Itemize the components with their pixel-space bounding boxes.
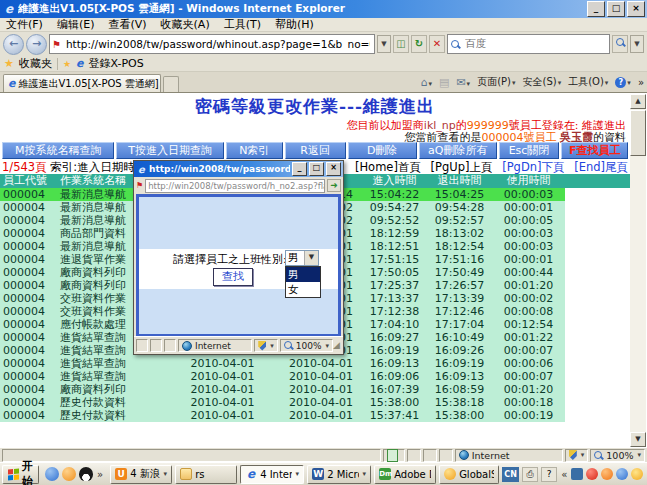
table-row[interactable]: 000004 歷史付款資料 2010-04-01 2010-04-01 15:3… [0, 396, 565, 409]
tray-messenger-icon[interactable] [616, 468, 628, 480]
query-by-system-button[interactable]: M按系統名稱查詢 [2, 142, 114, 159]
option-female[interactable]: 女 [286, 282, 320, 297]
table-row[interactable]: 000004 進貨結單查詢 2010-04-01 2010-04-01 16:0… [0, 357, 565, 370]
pager-pgup[interactable]: [PgUp]上頁 [431, 160, 493, 174]
feeds-icon[interactable]: ▤ [439, 76, 449, 89]
find-employee-button[interactable]: F查找員工 [561, 142, 628, 159]
zoom-pane[interactable]: 100%▾ [590, 449, 645, 462]
menu-edit[interactable]: 编辑(E) [57, 17, 95, 32]
tools-menu[interactable]: 工具(O)▾ [568, 75, 608, 89]
close-page-button[interactable]: Esc關閉 [499, 142, 560, 159]
quicklaunch-overflow-icon[interactable]: » [96, 469, 104, 480]
resize-grip[interactable]: ◢ [333, 339, 343, 352]
taskbar-button-globalsc[interactable]: GlobalSC... [439, 465, 499, 484]
taskbar-button-folder-rs[interactable]: rs [175, 465, 237, 484]
popup-protected-mode-pane[interactable]: ▾ [254, 339, 278, 352]
popup-go-button[interactable]: ➜ [327, 179, 341, 192]
help-tray-icon[interactable]: ? [541, 467, 557, 482]
cell-entry-date: 2010-04-01 [165, 370, 280, 383]
compatibility-view-button[interactable]: ◫ [393, 35, 409, 53]
overflow-chevron-icon[interactable]: » [638, 77, 644, 88]
pager-end[interactable]: [End]尾頁 [574, 160, 628, 174]
quicklaunch-browser-icon[interactable] [45, 467, 59, 481]
table-row[interactable]: 000004 廠商資料列印 2010-04-01 2010-04-01 16:0… [0, 383, 565, 396]
menu-favorites[interactable]: 收藏夹(A) [161, 17, 210, 32]
tray-sun-icon[interactable] [631, 468, 643, 480]
search-options-dropdown-icon[interactable]: ▼ [630, 35, 644, 53]
cell-exit-time: 16:09:19 [427, 357, 492, 370]
maximize-button[interactable]: □ [607, 1, 625, 17]
cell-exit-time: 17:50:49 [427, 266, 492, 279]
popup-zoom-pane[interactable]: 100%▾ [280, 339, 333, 352]
scroll-down-icon[interactable]: ▼ [630, 432, 646, 447]
pager-home[interactable]: [Home]首頁 [355, 160, 421, 174]
menu-file[interactable]: 文件(F) [6, 17, 43, 32]
cell-employee-no: 000004 [0, 396, 58, 409]
ie-icon: e [245, 468, 257, 480]
cell-entry-time: 18:12:59 [362, 227, 427, 240]
pager-pgdn[interactable]: [PgDn]下頁 [502, 160, 564, 174]
cell-entry-time: 16:09:19 [362, 344, 427, 357]
refresh-button[interactable]: ↻ [411, 35, 427, 53]
new-tab-button[interactable] [163, 76, 179, 92]
cell-duration: 00:00:08 [492, 305, 565, 318]
tray-penguin-icon[interactable] [601, 468, 613, 480]
site-favicon: ⚑ [136, 181, 143, 190]
table-row[interactable]: 000004 進貨結單查詢 2010-04-01 2010-04-01 16:0… [0, 370, 565, 383]
language-indicator[interactable]: CN [502, 467, 519, 482]
quicklaunch-uc-icon[interactable] [62, 467, 76, 481]
popup-maximize-button[interactable]: □ [309, 162, 324, 176]
find-button[interactable]: 查找 [213, 268, 253, 286]
search-icon[interactable] [612, 35, 628, 53]
vertical-scrollbar[interactable]: ▲ ▼ [630, 94, 646, 447]
gender-select[interactable]: 男 ▼ [285, 250, 319, 266]
popup-close-button[interactable]: × [326, 162, 341, 176]
add-favorite-icon[interactable]: ★ [63, 59, 71, 69]
tray-windows-icon[interactable] [571, 468, 583, 480]
protected-mode-pane[interactable]: ▾ [565, 449, 589, 462]
menu-tools[interactable]: 工具(T) [224, 17, 261, 32]
taskbar-button-adobe[interactable]: Dm Adobe Dr... [374, 465, 436, 484]
favorites-button[interactable]: 收藏夹 [19, 56, 52, 71]
table-row[interactable]: 000004 歷史付款資料 2010-04-01 2010-04-01 15:3… [0, 409, 565, 422]
help-menu[interactable]: ?▾ [615, 76, 631, 88]
favorites-link-xpos[interactable]: 登錄X-POS [88, 56, 143, 71]
query-by-date-button[interactable]: T按進入日期查詢 [116, 142, 223, 159]
search-input[interactable] [463, 37, 606, 51]
stop-button[interactable]: ✕ [429, 35, 445, 53]
delete-all-button[interactable]: aQ刪除所有 [419, 142, 497, 159]
cell-employee-no: 000004 [0, 188, 58, 201]
close-button[interactable]: × [627, 1, 645, 17]
taskbar-button-microsoft-word[interactable]: W 2 Micros...▾ [307, 465, 371, 484]
cell-duration: 00:01:20 [492, 279, 565, 292]
tab-active[interactable]: e 維護進出V1.05[X-POS 雲通網] [3, 74, 161, 92]
index-button[interactable]: N索引 [226, 142, 283, 159]
home-button[interactable]: ⌂▾ [420, 76, 432, 89]
menu-help[interactable]: 帮助(H) [275, 17, 314, 32]
taskbar-button-internet-explorer[interactable]: e 4 Intern...▾ [240, 465, 304, 484]
back-button[interactable]: ← [3, 34, 24, 55]
minimize-button[interactable]: _ [587, 1, 605, 17]
delete-button[interactable]: D刪除 [348, 142, 417, 159]
popup-minimize-button[interactable]: _ [292, 162, 307, 176]
cell-employee-no: 000004 [0, 266, 58, 279]
print-button[interactable]: ✉▾ [456, 76, 470, 89]
qq-penguin-icon[interactable] [79, 467, 93, 481]
taskbar-button-sina-uc[interactable]: U 4 新浪UC▾ [110, 465, 172, 484]
return-button[interactable]: R返回 [285, 142, 346, 159]
scrollbar-thumb[interactable] [630, 110, 646, 156]
url-input[interactable] [64, 37, 372, 51]
forward-button[interactable]: → [26, 34, 47, 55]
start-button[interactable]: 开始 [2, 465, 39, 484]
printer-icon[interactable]: ⎙ [522, 467, 538, 482]
safety-menu[interactable]: 安全(S)▾ [522, 75, 561, 89]
menu-view[interactable]: 查看(V) [108, 17, 146, 32]
tray-overflow-icon[interactable]: « [560, 469, 568, 480]
tray-qq-icon[interactable] [586, 468, 598, 480]
cell-employee-no: 000004 [0, 318, 58, 331]
chevron-down-icon[interactable]: ▼ [304, 251, 318, 265]
address-dropdown-icon[interactable]: ▼ [377, 35, 391, 53]
option-male[interactable]: 男 [286, 267, 320, 282]
scroll-up-icon[interactable]: ▲ [630, 94, 646, 109]
page-menu[interactable]: 页面(P)▾ [477, 75, 515, 89]
